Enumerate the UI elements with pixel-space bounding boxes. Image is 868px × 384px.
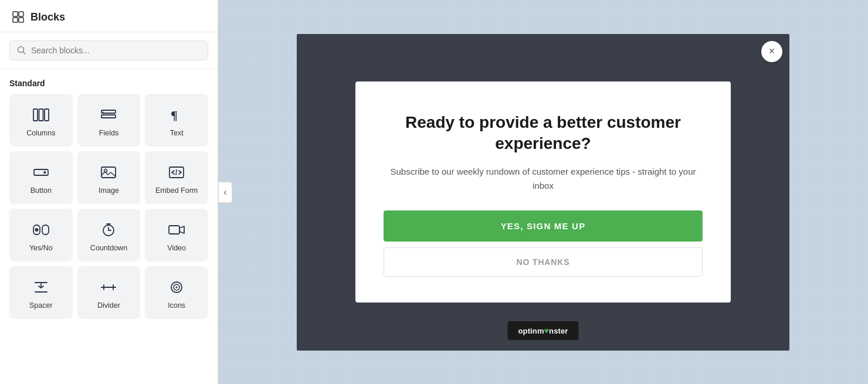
block-image[interactable]: Image bbox=[77, 151, 141, 204]
svg-rect-0 bbox=[13, 12, 18, 16]
sidebar-title: Blocks bbox=[30, 11, 65, 23]
svg-point-20 bbox=[35, 228, 38, 232]
divider-icon bbox=[99, 278, 118, 297]
block-countdown[interactable]: Countdown bbox=[77, 209, 141, 261]
video-icon bbox=[167, 220, 186, 239]
block-spacer[interactable]: Spacer bbox=[9, 266, 73, 319]
blocks-icon bbox=[12, 11, 25, 23]
svg-rect-10 bbox=[101, 115, 116, 118]
yes-no-icon bbox=[32, 220, 50, 239]
blocks-grid: Columns Fields ¶ Text bbox=[0, 94, 218, 328]
block-button-label: Button bbox=[30, 186, 52, 195]
canvas-area: ‹ × Ready to provide a better customer e… bbox=[218, 0, 868, 384]
svg-rect-14 bbox=[101, 167, 116, 178]
svg-rect-2 bbox=[13, 18, 18, 22]
block-button[interactable]: Button bbox=[9, 151, 73, 204]
block-embed-form[interactable]: Embed Form bbox=[145, 151, 208, 204]
embed-form-icon bbox=[167, 163, 186, 182]
no-thanks-button[interactable]: NO THANKS bbox=[384, 247, 703, 277]
sidebar: Blocks Standard Columns bbox=[0, 0, 218, 384]
block-yes-no[interactable]: Yes/No bbox=[9, 209, 73, 261]
collapse-arrow-icon: ‹ bbox=[223, 187, 226, 198]
search-icon bbox=[17, 46, 26, 55]
canvas-inner: × Ready to provide a better customer exp… bbox=[297, 34, 789, 351]
section-label: Standard bbox=[0, 69, 218, 94]
block-video-label: Video bbox=[167, 244, 186, 252]
sidebar-header: Blocks bbox=[0, 0, 218, 32]
block-divider[interactable]: Divider bbox=[77, 266, 141, 319]
svg-rect-6 bbox=[33, 109, 38, 121]
close-button[interactable]: × bbox=[761, 41, 782, 62]
modal-subtext: Subscribe to our weekly rundown of custo… bbox=[384, 165, 703, 193]
spacer-icon bbox=[32, 278, 50, 297]
block-spacer-label: Spacer bbox=[29, 301, 53, 310]
block-icons-label: Icons bbox=[168, 301, 185, 310]
fields-icon bbox=[99, 106, 118, 124]
modal-card: Ready to provide a better customer exper… bbox=[355, 81, 731, 303]
icons-icon bbox=[167, 278, 186, 297]
svg-rect-7 bbox=[39, 109, 43, 121]
yes-sign-me-up-button[interactable]: YES, SIGN ME UP bbox=[384, 210, 703, 242]
om-logo-text: optinm♥nster bbox=[518, 326, 568, 335]
svg-line-5 bbox=[23, 52, 26, 55]
block-yes-no-label: Yes/No bbox=[29, 244, 53, 252]
block-columns-label: Columns bbox=[26, 129, 55, 137]
block-fields-label: Fields bbox=[99, 129, 118, 137]
svg-rect-23 bbox=[169, 226, 179, 234]
block-divider-label: Divider bbox=[97, 301, 120, 310]
block-text[interactable]: ¶ Text bbox=[145, 94, 208, 147]
block-video[interactable]: Video bbox=[145, 209, 208, 261]
button-icon bbox=[32, 163, 50, 182]
svg-point-32 bbox=[176, 287, 178, 288]
svg-text:¶: ¶ bbox=[171, 108, 178, 122]
search-input[interactable] bbox=[31, 46, 201, 55]
block-image-label: Image bbox=[99, 186, 119, 195]
svg-rect-3 bbox=[19, 18, 23, 22]
svg-rect-19 bbox=[42, 225, 49, 235]
svg-line-17 bbox=[176, 169, 177, 175]
block-icons[interactable]: Icons bbox=[145, 266, 208, 319]
svg-rect-8 bbox=[45, 109, 49, 121]
search-container bbox=[0, 32, 218, 69]
block-columns[interactable]: Columns bbox=[9, 94, 73, 147]
block-embed-form-label: Embed Form bbox=[155, 186, 198, 195]
text-icon: ¶ bbox=[167, 106, 186, 124]
block-text-label: Text bbox=[170, 129, 184, 137]
modal-heading: Ready to provide a better customer exper… bbox=[384, 112, 703, 155]
block-countdown-label: Countdown bbox=[90, 244, 127, 252]
image-icon bbox=[99, 163, 118, 182]
search-box[interactable] bbox=[9, 40, 208, 60]
collapse-sidebar-button[interactable]: ‹ bbox=[218, 182, 232, 203]
countdown-icon bbox=[99, 220, 118, 239]
optinmonster-bar: optinm♥nster bbox=[507, 321, 578, 340]
block-fields[interactable]: Fields bbox=[77, 94, 141, 147]
columns-icon bbox=[32, 106, 50, 124]
svg-rect-1 bbox=[19, 12, 23, 16]
